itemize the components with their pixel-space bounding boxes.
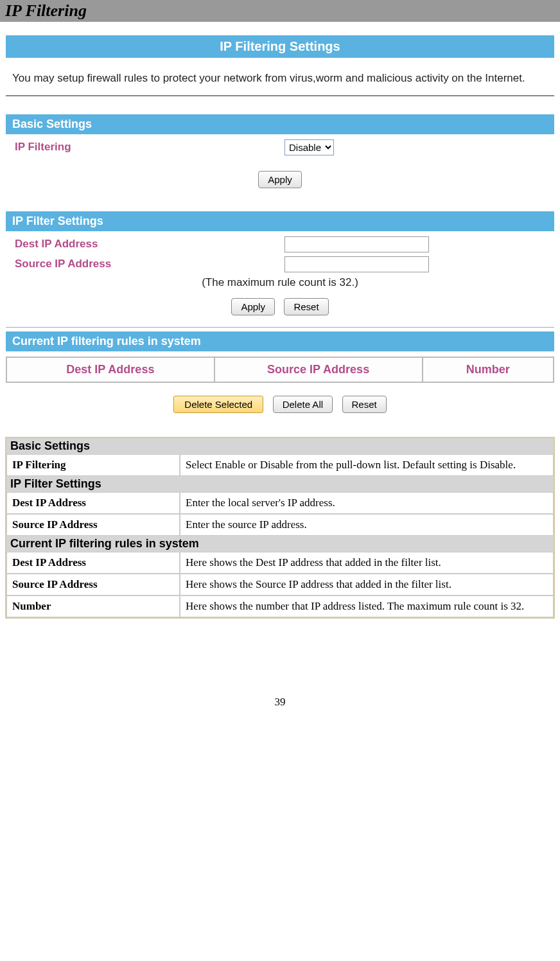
max-rule-hint: (The maximum rule count is 32.) (6, 276, 554, 289)
description-table: Basic Settings IP Filtering Select Enabl… (5, 437, 555, 619)
ip-filtering-row: IP Filtering Disable (6, 139, 554, 155)
desc-val: Enter the local server's IP address. (180, 492, 554, 514)
desc-val: Here shows the Dest IP address that adde… (180, 552, 554, 574)
desc-key: IP Filtering (6, 454, 180, 476)
source-ip-row: Source IP Address (6, 256, 554, 272)
router-settings-panel: IP Filtering Settings You may setup fire… (5, 35, 555, 429)
page-number: 39 (0, 696, 560, 721)
source-ip-label: Source IP Address (15, 258, 284, 270)
desc-key: Source IP Address (6, 574, 180, 595)
col-dest-ip: Dest IP Address (6, 357, 214, 382)
basic-settings-header: Basic Settings (6, 114, 554, 134)
reset-button-filter[interactable]: Reset (284, 298, 328, 315)
desc-key: Number (6, 595, 180, 617)
desc-section-rules: Current IP filtering rules in system (6, 536, 554, 552)
source-ip-input[interactable] (284, 256, 429, 272)
desc-key: Dest IP Address (6, 492, 180, 514)
desc-row-dest2: Dest IP Address Here shows the Dest IP a… (6, 552, 554, 574)
desc-key: Source IP Address (6, 514, 180, 536)
rules-header-row: Dest IP Address Source IP Address Number (6, 357, 554, 382)
dest-ip-input[interactable] (284, 236, 429, 252)
delete-all-button[interactable]: Delete All (273, 396, 333, 413)
col-number: Number (423, 357, 554, 382)
dest-ip-row: Dest IP Address (6, 236, 554, 252)
desc-row-src: Source IP Address Enter the source IP ad… (6, 514, 554, 536)
divider-thin (6, 327, 554, 328)
apply-button-filter[interactable]: Apply (231, 298, 275, 315)
desc-section-filter: IP Filter Settings (6, 476, 554, 492)
desc-section-basic: Basic Settings (6, 438, 554, 454)
divider (6, 95, 554, 96)
ip-filtering-select[interactable]: Disable (284, 139, 334, 155)
reset-button-rules[interactable]: Reset (342, 396, 387, 413)
rules-table-panel: Dest IP Address Source IP Address Number (6, 357, 554, 383)
filter-button-row: Apply Reset (6, 298, 554, 315)
desc-key: Dest IP Address (6, 552, 180, 574)
desc-val: Here shows the Source IP address that ad… (180, 574, 554, 595)
basic-button-row: Apply (6, 171, 554, 188)
desc-row-num: Number Here shows the number that IP add… (6, 595, 554, 617)
intro-text: You may setup firewall rules to protect … (6, 58, 554, 95)
panel-title: IP Filtering Settings (6, 35, 554, 58)
ip-filtering-label: IP Filtering (15, 141, 284, 154)
document-section-header: IP Filtering (0, 0, 560, 22)
dest-ip-label: Dest IP Address (15, 238, 284, 251)
desc-val: Enter the source IP address. (180, 514, 554, 536)
desc-val: Here shows the number that IP address li… (180, 595, 554, 617)
delete-selected-button[interactable]: Delete Selected (173, 396, 263, 413)
rules-table: Dest IP Address Source IP Address Number (6, 357, 554, 383)
desc-row-src2: Source IP Address Here shows the Source … (6, 574, 554, 595)
desc-row-ipfiltering: IP Filtering Select Enable or Disable fr… (6, 454, 554, 476)
current-rules-header: Current IP filtering rules in system (6, 331, 554, 351)
rules-action-row: Delete Selected Delete All Reset (6, 396, 554, 413)
col-source-ip: Source IP Address (214, 357, 423, 382)
apply-button-basic[interactable]: Apply (258, 171, 302, 188)
ip-filter-settings-header: IP Filter Settings (6, 211, 554, 231)
desc-row-dest: Dest IP Address Enter the local server's… (6, 492, 554, 514)
page-title: IP Filtering (5, 1, 555, 21)
desc-val: Select Enable or Disable from the pull-d… (180, 454, 554, 476)
